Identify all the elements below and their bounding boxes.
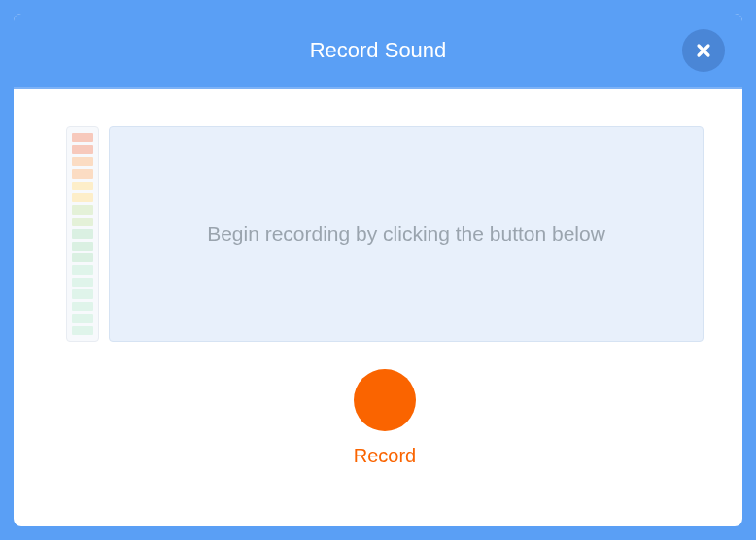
record-button[interactable] [354,369,416,431]
level-bar [72,133,93,142]
level-bar [72,169,93,178]
level-bar [72,289,93,298]
record-button-label: Record [354,445,416,467]
level-bar [72,193,93,202]
record-sound-modal: Record Sound [14,14,742,526]
level-bar [72,253,93,262]
waveform-panel: Begin recording by clicking the button b… [109,126,704,342]
level-bar [72,326,93,335]
level-bar [72,145,93,153]
modal-title: Record Sound [310,38,447,63]
level-bar [72,242,93,251]
close-button[interactable] [682,29,725,72]
level-bar [72,314,93,322]
level-bar [72,278,93,287]
level-bar [72,218,93,226]
level-bar [72,157,93,166]
recording-hint: Begin recording by clicking the button b… [207,222,605,246]
level-bar [72,229,93,238]
close-icon [696,43,711,58]
record-controls: Record [66,369,704,467]
record-area: Begin recording by clicking the button b… [66,126,704,342]
modal-body: Begin recording by clicking the button b… [14,89,742,526]
level-bar [72,205,93,214]
audio-level-meter [66,126,99,342]
level-bar [72,182,93,190]
level-bar [72,302,93,311]
level-bar [72,265,93,274]
modal-header: Record Sound [14,14,742,89]
